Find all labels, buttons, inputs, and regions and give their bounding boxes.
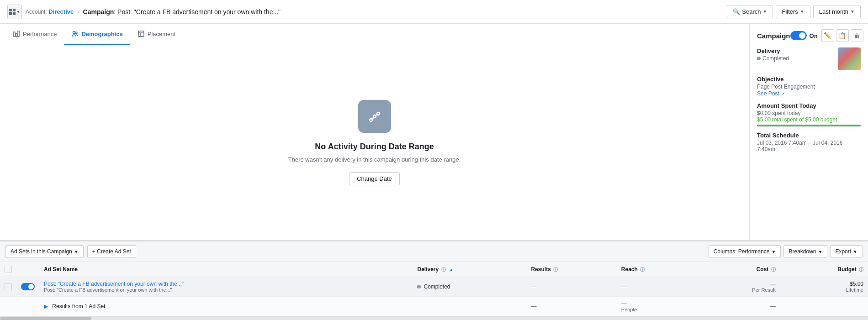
delivery-section: Delivery Completed xyxy=(757,47,861,70)
results-cell: — xyxy=(526,277,616,297)
schedule-label: Total Schedule xyxy=(757,132,861,139)
info-icon[interactable]: ⓘ xyxy=(553,267,558,272)
delivery-dot xyxy=(757,57,761,60)
ad-sets-dropdown-button[interactable]: Ad Sets in this Campaign ▼ xyxy=(5,245,84,258)
footer-cost: — xyxy=(770,303,776,310)
breadcrumb-separator: › xyxy=(77,8,79,15)
results-value: — xyxy=(531,283,536,290)
create-ad-set-button[interactable]: + Create Ad Set xyxy=(87,245,136,258)
ad-set-name-cell: Post: "Create a FB advertisement on your… xyxy=(39,277,413,297)
reach-header[interactable]: Reach ⓘ xyxy=(617,262,699,277)
chevron-down-icon: ▼ xyxy=(16,10,21,14)
performance-icon xyxy=(13,30,20,37)
budget-bar-bg xyxy=(757,125,861,126)
breakdown-dropdown-button[interactable]: Breakdown ▼ xyxy=(783,245,827,258)
footer-budget-cell xyxy=(780,297,868,316)
account-name[interactable]: Directive xyxy=(48,8,74,15)
results-header-label: Results xyxy=(531,266,550,273)
chevron-down-icon: ▼ xyxy=(850,9,855,14)
columns-dropdown-button[interactable]: Columns: Performance ▼ xyxy=(709,245,781,258)
table-toolbar-right: Columns: Performance ▼ Breakdown ▼ Expor… xyxy=(709,245,863,258)
row-checkbox-cell[interactable] xyxy=(0,277,16,297)
footer-reach: — xyxy=(621,300,694,307)
copy-button[interactable]: 📋 xyxy=(836,29,849,42)
delivery-status-text: Completed xyxy=(423,283,450,290)
placement-icon xyxy=(138,30,145,37)
results-header[interactable]: Results ⓘ xyxy=(526,262,616,277)
empty-title: No Activity During Date Range xyxy=(315,142,434,152)
edit-button[interactable]: ✏️ xyxy=(821,29,834,42)
objective-value: Page Post Engagement xyxy=(757,84,861,90)
footer-label: Results from 1 Ad Set xyxy=(52,303,105,310)
change-date-button[interactable]: Change Date xyxy=(349,172,400,185)
table-header-row: Ad Set Name Delivery ⓘ ▲ Results ⓘ Reach… xyxy=(0,262,868,277)
objective-label: Objective xyxy=(757,76,861,83)
filters-button[interactable]: Filters ▼ xyxy=(776,5,810,18)
account-prefix: Account: xyxy=(26,9,47,15)
tab-performance[interactable]: Performance xyxy=(5,24,64,45)
breakdown-label: Breakdown xyxy=(789,248,816,255)
footer-toggle-cell xyxy=(16,297,39,316)
budget-header[interactable]: Budget ⓘ xyxy=(780,262,868,277)
ad-sets-table: Ad Set Name Delivery ⓘ ▲ Results ⓘ Reach… xyxy=(0,262,868,316)
row-toggle[interactable] xyxy=(21,283,35,290)
horizontal-scrollbar[interactable] xyxy=(0,316,868,320)
info-icon[interactable]: ⓘ xyxy=(640,267,645,272)
cost-sub: Per Result xyxy=(703,287,776,293)
budget-bar-fill xyxy=(757,125,861,126)
svg-rect-5 xyxy=(16,33,17,37)
account-info: Account: Directive xyxy=(26,8,74,15)
info-icon[interactable]: ⓘ xyxy=(441,267,446,272)
cost-cell: — Per Result xyxy=(699,277,780,297)
demographics-icon xyxy=(71,30,79,37)
delivery-status: Completed xyxy=(762,55,789,62)
schedule-value: Jul 03, 2016 7:40am – Jul 04, 2016 7:40a… xyxy=(757,140,861,152)
reach-cell: — xyxy=(617,277,699,297)
row-toggle-cell[interactable] xyxy=(16,277,39,297)
expand-icon[interactable]: ▶ xyxy=(44,303,48,310)
top-bar-left: ▼ Account: Directive › Campaign: Post: "… xyxy=(7,5,281,19)
delivery-cell: Completed xyxy=(413,277,526,297)
columns-label: Columns: Performance xyxy=(714,248,770,255)
select-all-header[interactable] xyxy=(0,262,16,277)
chevron-down-icon: ▼ xyxy=(772,249,776,254)
tab-demographics[interactable]: Demographics xyxy=(64,24,130,45)
see-post-link[interactable]: See Post ↗ xyxy=(757,90,784,97)
info-icon[interactable]: ⓘ xyxy=(859,267,863,272)
scrollbar-thumb[interactable] xyxy=(0,317,91,320)
chevron-down-icon: ▼ xyxy=(74,249,79,254)
svg-point-8 xyxy=(75,32,77,34)
delivery-header[interactable]: Delivery ⓘ ▲ xyxy=(413,262,526,277)
tab-demographics-label: Demographics xyxy=(81,31,122,37)
name-header[interactable]: Ad Set Name xyxy=(39,262,413,277)
svg-rect-1 xyxy=(13,9,16,11)
select-all-checkbox[interactable] xyxy=(5,266,12,273)
results-footer-row: ▶ Results from 1 Ad Set — — People — xyxy=(0,297,868,316)
export-dropdown-button[interactable]: Export ▼ xyxy=(830,245,863,258)
row-checkbox[interactable] xyxy=(5,283,12,290)
tabs-bar: Performance Demographics xyxy=(0,24,749,45)
ad-set-name-link[interactable]: Post: "Create a FB advertisement on your… xyxy=(44,281,408,287)
ad-set-sub-label: Post: "Create a FB advertisement on your… xyxy=(44,287,408,293)
delete-button[interactable]: 🗑 xyxy=(851,29,863,42)
table-toolbar: Ad Sets in this Campaign ▼ + Create Ad S… xyxy=(0,241,868,262)
footer-reach-cell: — People xyxy=(617,297,699,316)
svg-point-12 xyxy=(370,119,372,121)
tab-placement[interactable]: Placement xyxy=(130,24,183,45)
svg-rect-9 xyxy=(138,31,144,37)
export-label: Export xyxy=(835,248,851,255)
reach-header-label: Reach xyxy=(621,266,638,273)
info-icon[interactable]: ⓘ xyxy=(771,267,776,272)
search-button[interactable]: 🔍 Search ▼ xyxy=(727,5,773,18)
toggle-label: On xyxy=(810,32,818,39)
budget-sub: Lifetime xyxy=(785,287,863,293)
objective-section: Objective Page Post Engagement See Post … xyxy=(757,76,861,97)
cost-header[interactable]: Cost ⓘ xyxy=(699,262,780,277)
campaign-toggle[interactable] xyxy=(790,31,807,40)
campaign-thumbnail[interactable] xyxy=(838,47,861,70)
cost-header-label: Cost xyxy=(757,266,769,273)
chevron-down-icon: ▼ xyxy=(853,249,857,254)
date-range-button[interactable]: Last month ▼ xyxy=(813,5,861,18)
grid-menu-button[interactable]: ▼ xyxy=(7,5,22,19)
amount-spent-section: Amount Spent Today $0.00 spent today $5.… xyxy=(757,102,861,126)
